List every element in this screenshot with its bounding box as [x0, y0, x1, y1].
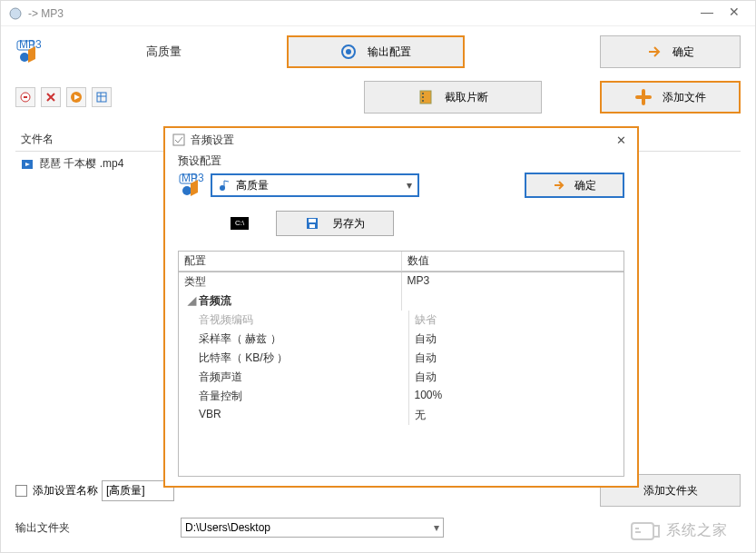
svg-rect-12: [422, 100, 424, 102]
svg-rect-9: [420, 91, 431, 104]
row-channels-value[interactable]: 自动: [409, 368, 624, 387]
row-vbr-label: VBR: [179, 406, 409, 425]
mp3-format-icon: MP3: [178, 173, 203, 198]
add-setting-name-checkbox[interactable]: [15, 485, 27, 497]
gear-icon: [340, 44, 357, 60]
window-title: -> MP3: [28, 7, 693, 20]
row-samplerate-label: 采样率（ 赫兹 ）: [179, 330, 409, 349]
dialog-confirm-button[interactable]: 确定: [525, 173, 624, 198]
svg-point-5: [346, 49, 351, 54]
audio-icon: [218, 179, 231, 192]
play-button[interactable]: [66, 87, 86, 107]
svg-rect-14: [173, 134, 184, 145]
minimize-button[interactable]: —: [693, 5, 721, 23]
dialog-title: 音频设置: [191, 133, 612, 148]
close-button[interactable]: ✕: [721, 5, 748, 23]
row-bitrate-value[interactable]: 自动: [409, 349, 624, 368]
output-folder-value: D:\Users\Desktop: [185, 521, 270, 534]
add-file-button[interactable]: 添加文件: [600, 81, 741, 114]
dialog-icon: [172, 133, 185, 146]
add-file-label: 添加文件: [663, 90, 706, 105]
chevron-down-icon: ▾: [407, 179, 412, 192]
row-samplerate-value[interactable]: 自动: [409, 330, 624, 349]
arrow-right-icon: [553, 179, 565, 192]
preset-value: 高质量: [236, 178, 269, 193]
output-folder-label: 输出文件夹: [15, 520, 161, 536]
output-folder-select[interactable]: D:\Users\Desktop ▾: [181, 518, 444, 538]
output-config-button[interactable]: 输出配置: [287, 35, 465, 68]
col-value: 数值: [402, 252, 624, 272]
quality-label: 高质量: [146, 44, 182, 60]
dialog-titlebar: 音频设置 ✕: [165, 128, 637, 152]
row-vbr-value[interactable]: 无: [409, 406, 624, 425]
svg-point-0: [10, 8, 21, 19]
preset-config-label: 预设配置: [178, 153, 624, 169]
properties-table: 配置 数值 类型 MP3 ◢音频流 音视频编码 缺省 采样率（ 赫兹 ） 自动 …: [178, 251, 624, 477]
row-audio-stream-group[interactable]: ◢音频流: [179, 291, 402, 311]
audio-settings-dialog: 音频设置 ✕ 预设配置 MP3 高质量 ▾ 确定 C:\ 另存为: [163, 126, 639, 488]
dialog-confirm-label: 确定: [574, 178, 596, 193]
output-config-label: 输出配置: [368, 44, 411, 60]
list-view-button[interactable]: [92, 87, 112, 107]
svg-rect-10: [422, 93, 424, 94]
confirm-label: 确定: [673, 44, 694, 60]
row-type-label: 类型: [179, 272, 402, 291]
svg-point-3: [20, 53, 29, 62]
svg-rect-21: [309, 224, 315, 228]
row-channels-label: 音频声道: [179, 368, 409, 387]
film-icon: [417, 89, 434, 105]
top-area: MP3 高质量 输出配置 确定 截取片断 添加文件: [1, 26, 755, 123]
svg-point-17: [182, 186, 191, 195]
dialog-close-button[interactable]: ✕: [612, 133, 630, 147]
add-folder-label: 添加文件夹: [643, 483, 698, 499]
svg-rect-11: [422, 96, 424, 98]
cut-clip-button[interactable]: 截取片断: [364, 81, 542, 114]
toolbar: [15, 87, 112, 107]
row-codec-label: 音视频编码: [179, 311, 409, 330]
file-name: 琵琶 千本樱 .mp4: [39, 156, 123, 172]
remove-button[interactable]: [15, 87, 35, 107]
svg-rect-8: [97, 93, 106, 102]
cmd-icon: C:\: [231, 217, 249, 230]
video-file-icon: [21, 158, 34, 171]
arrow-right-icon: [647, 44, 662, 59]
row-type-value[interactable]: MP3: [402, 272, 624, 291]
collapse-arrow-icon: ◢: [188, 294, 197, 307]
chevron-down-icon: ▾: [434, 521, 439, 534]
add-setting-name-label: 添加设置名称: [33, 483, 98, 499]
svg-rect-20: [309, 219, 316, 222]
titlebar: -> MP3 — ✕: [1, 1, 755, 26]
save-as-label: 另存为: [332, 216, 365, 232]
col-config: 配置: [179, 252, 402, 272]
delete-button[interactable]: [41, 87, 61, 107]
app-icon: [8, 6, 23, 21]
plus-icon: [635, 89, 652, 105]
preset-select[interactable]: 高质量 ▾: [211, 173, 419, 197]
row-bitrate-label: 比特率（ KB/秒 ）: [179, 349, 409, 368]
save-as-button[interactable]: 另存为: [276, 211, 394, 236]
row-codec-value[interactable]: 缺省: [409, 311, 624, 330]
confirm-button[interactable]: 确定: [600, 35, 741, 68]
row-volume-label: 音量控制: [179, 387, 409, 406]
cut-clip-label: 截取片断: [445, 90, 488, 105]
mp3-format-icon: MP3: [15, 39, 41, 64]
save-icon: [305, 216, 319, 231]
row-volume-value[interactable]: 100%: [409, 387, 624, 406]
